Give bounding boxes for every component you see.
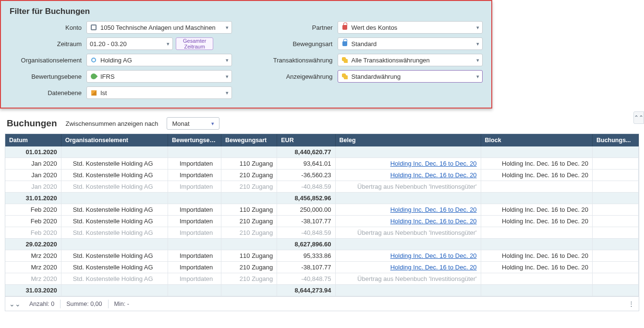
cell-block bbox=[481, 227, 592, 239]
buchungen-table: DatumOrganisationselementBewertungseb...… bbox=[5, 134, 639, 297]
chevron-down-icon: ▾ bbox=[476, 41, 479, 47]
anzeige-select[interactable]: Standardwährung ▾ bbox=[338, 70, 483, 83]
konto-icon bbox=[90, 24, 97, 31]
subtotal-label: Zwischensummen anzeigen nach bbox=[66, 120, 158, 127]
cell-beleg: Übertrag aus Nebenbuch 'Investitionsgüte… bbox=[335, 273, 481, 285]
anzahl-value: 0 bbox=[51, 301, 54, 307]
table-row: Feb 2020Std. Kostenstelle Holding AGImpo… bbox=[5, 227, 639, 239]
cell-eur: -40,848.59 bbox=[277, 181, 335, 193]
table-row: 01.01.20208,440,620.77 bbox=[5, 146, 639, 158]
bewegung-select[interactable]: Standard ▾ bbox=[338, 37, 483, 50]
subtotal-select[interactable]: Monat ▾ bbox=[167, 117, 219, 130]
cell-datum: Jan 2020 bbox=[5, 170, 61, 181]
table-row: 29.02.20208,627,896.60 bbox=[5, 239, 639, 250]
cell-org: Std. Kostenstelle Holding AG bbox=[61, 204, 168, 216]
cell-org: Std. Kostenstelle Holding AG bbox=[61, 181, 168, 193]
cell-bewertung: Importdaten bbox=[168, 158, 221, 170]
partner-select[interactable]: Wert des Kontos ▾ bbox=[338, 21, 483, 34]
column-header[interactable]: Beleg bbox=[335, 134, 481, 146]
column-header[interactable]: Datum bbox=[5, 134, 61, 146]
chevron-down-icon: ▾ bbox=[226, 90, 229, 96]
cell-block: Holding Inc. Dec. 16 to Dec. 20 bbox=[481, 170, 592, 181]
table-row: 31.01.20208,456,852.96 bbox=[5, 193, 639, 204]
org-select[interactable]: Holding AG ▾ bbox=[86, 54, 232, 66]
more-menu-button[interactable]: ⋮ bbox=[628, 300, 635, 307]
cell-datum: Feb 2020 bbox=[5, 227, 61, 239]
konto-value: 1050 Technische Anlagen und Maschinen bbox=[100, 24, 216, 31]
chevron-down-icon: ▾ bbox=[167, 41, 170, 47]
cell-block: Holding Inc. Dec. 16 to Dec. 20 bbox=[481, 250, 592, 262]
konto-select[interactable]: 1050 Technische Anlagen und Maschinen ▾ bbox=[86, 21, 232, 34]
column-header[interactable]: Bewertungseb... bbox=[168, 134, 221, 146]
cell-art: 210 Zugang bbox=[221, 262, 277, 273]
coins-icon bbox=[341, 56, 349, 64]
filter-title: Filter für Buchungen bbox=[10, 7, 483, 16]
cell-buchungs bbox=[592, 227, 638, 239]
summe-value: 0,00 bbox=[90, 301, 102, 307]
bewegung-label: Bewegungsart bbox=[261, 40, 338, 48]
column-header[interactable]: Buchungs... bbox=[592, 134, 638, 146]
table-row: Mrz 2020Std. Kostenstelle Holding AGImpo… bbox=[5, 273, 639, 285]
cell-beleg[interactable]: Holding Inc. Dec. 16 to Dec. 20 bbox=[335, 170, 481, 181]
table-row: Feb 2020Std. Kostenstelle Holding AGImpo… bbox=[5, 216, 639, 227]
cell-org: Std. Kostenstelle Holding AG bbox=[61, 262, 168, 273]
cell-beleg[interactable]: Holding Inc. Dec. 16 to Dec. 20 bbox=[335, 204, 481, 216]
cell-buchungs bbox=[592, 273, 638, 285]
cell-eur: 8,440,620.77 bbox=[277, 146, 335, 158]
cell-beleg[interactable]: Holding Inc. Dec. 16 to Dec. 20 bbox=[335, 216, 481, 227]
cell-block: Holding Inc. Dec. 16 to Dec. 20 bbox=[481, 158, 592, 170]
cell-org: Std. Kostenstelle Holding AG bbox=[61, 273, 168, 285]
chevron-down-icon: ▾ bbox=[476, 73, 479, 80]
cell-eur: 8,456,852.96 bbox=[277, 193, 335, 204]
cell-art: 210 Zugang bbox=[221, 170, 277, 181]
cell-block bbox=[481, 273, 592, 285]
cell-art: 210 Zugang bbox=[221, 273, 277, 285]
cell-eur: 8,627,896.60 bbox=[277, 239, 335, 250]
cell-buchungs bbox=[592, 216, 638, 227]
cell-art: 210 Zugang bbox=[221, 227, 277, 239]
table-footer: ⌄⌄ Anzahl: 0 Summe: 0,00 Min: - ⋮ bbox=[5, 297, 639, 311]
bewertung-icon bbox=[90, 73, 97, 80]
filter-panel: Filter für Buchungen Konto 1050 Technisc… bbox=[0, 0, 492, 109]
column-header[interactable]: Block bbox=[481, 134, 592, 146]
lock-icon bbox=[341, 40, 349, 48]
expand-panel-button[interactable]: ⌃⌃ bbox=[633, 111, 644, 124]
cell-eur: 8,644,273.94 bbox=[277, 285, 335, 296]
column-header[interactable]: Bewegungsart bbox=[221, 134, 277, 146]
column-header[interactable]: Organisationselement bbox=[61, 134, 168, 146]
cell-datum: Jan 2020 bbox=[5, 158, 61, 170]
daten-icon bbox=[90, 89, 97, 97]
cell-datum: Mrz 2020 bbox=[5, 250, 61, 262]
cell-beleg[interactable]: Holding Inc. Dec. 16 to Dec. 20 bbox=[335, 158, 481, 170]
zeitraum-select[interactable]: 01.20 - 03.20 ▾ bbox=[86, 37, 173, 50]
cell-beleg[interactable]: Holding Inc. Dec. 16 to Dec. 20 bbox=[335, 250, 481, 262]
coins-icon bbox=[341, 73, 349, 80]
bewertung-select[interactable]: IFRS ▾ bbox=[86, 70, 232, 83]
cell-datum: 31.01.2020 bbox=[5, 193, 61, 204]
bewegung-value: Standard bbox=[352, 40, 377, 48]
cell-art: 110 Zugang bbox=[221, 204, 277, 216]
subtotal-value: Monat bbox=[172, 120, 189, 127]
cell-datum: 29.02.2020 bbox=[5, 239, 61, 250]
gesamter-zeitraum-button[interactable]: Gesamter Zeitraum bbox=[176, 37, 213, 50]
column-header[interactable]: EUR bbox=[277, 134, 335, 146]
cell-datum: Feb 2020 bbox=[5, 204, 61, 216]
cell-beleg[interactable]: Holding Inc. Dec. 16 to Dec. 20 bbox=[335, 262, 481, 273]
collapse-footer-button[interactable]: ⌄⌄ bbox=[9, 300, 21, 308]
table-row: 31.03.20208,644,273.94 bbox=[5, 285, 639, 296]
cell-bewertung: Importdaten bbox=[168, 204, 221, 216]
cell-datum: 01.01.2020 bbox=[5, 146, 61, 158]
table-row: Feb 2020Std. Kostenstelle Holding AGImpo… bbox=[5, 204, 639, 216]
cell-bewertung: Importdaten bbox=[168, 170, 221, 181]
cell-block: Holding Inc. Dec. 16 to Dec. 20 bbox=[481, 216, 592, 227]
chevron-down-icon: ▾ bbox=[226, 24, 229, 31]
anzahl-label: Anzahl: bbox=[29, 301, 49, 307]
trans-select[interactable]: Alle Transaktionswährungen ▾ bbox=[338, 54, 483, 66]
daten-select[interactable]: Ist ▾ bbox=[86, 86, 232, 99]
chevron-down-icon: ▾ bbox=[226, 57, 229, 63]
chevron-down-icon: ▾ bbox=[226, 73, 229, 80]
cell-buchungs bbox=[592, 158, 638, 170]
table-row: Jan 2020Std. Kostenstelle Holding AGImpo… bbox=[5, 181, 639, 193]
cell-datum: Mrz 2020 bbox=[5, 262, 61, 273]
cell-beleg: Übertrag aus Nebenbuch 'Investitionsgüte… bbox=[335, 181, 481, 193]
